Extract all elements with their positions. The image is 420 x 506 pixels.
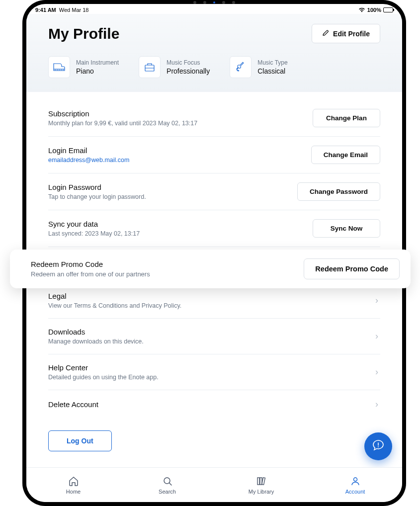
violin-icon — [230, 56, 252, 78]
svg-point-2 — [378, 446, 379, 447]
chevron-right-icon: › — [375, 399, 380, 410]
svg-rect-5 — [257, 478, 259, 485]
email-title: Login Email — [48, 146, 129, 155]
change-password-button[interactable]: Change Password — [297, 182, 380, 201]
subscription-title: Subscription — [48, 109, 197, 118]
subscription-sub: Monthly plan for 9,99 €, valid until 202… — [48, 120, 197, 127]
change-email-button[interactable]: Change Email — [311, 146, 380, 164]
home-icon — [68, 476, 79, 487]
redeem-title: Redeem Promo Code — [31, 260, 150, 268]
edit-profile-label: Edit Profile — [333, 30, 370, 38]
downloads-row[interactable]: Downloads Manage downloads on this devic… — [48, 319, 380, 354]
genre-card: Music Type Classical — [230, 56, 287, 78]
chat-bubble-icon — [372, 439, 385, 454]
password-sub: Tap to change your login password. — [48, 193, 146, 200]
status-bar: 9:41 AM Wed Mar 18 100% — [26, 4, 402, 14]
email-value: emailaddress@web.mail.com — [48, 157, 129, 164]
tab-home[interactable]: Home — [26, 468, 120, 502]
redeem-promo-button[interactable]: Redeem Promo Code — [304, 258, 400, 279]
genre-label: Music Type — [257, 59, 287, 66]
chevron-right-icon: › — [375, 331, 380, 341]
tab-bar: Home Search My Library Account — [26, 467, 402, 502]
subscription-row: Subscription Monthly plan for 9,99 €, va… — [48, 100, 380, 137]
chat-fab[interactable] — [364, 432, 392, 460]
change-plan-button[interactable]: Change Plan — [313, 109, 380, 127]
legal-sub: View our Terms & Conditions and Privacy … — [48, 302, 181, 309]
sync-sub: Last synced: 2023 May 02, 13:17 — [48, 230, 140, 237]
chevron-right-icon: › — [375, 367, 380, 377]
focus-label: Music Focus — [167, 59, 210, 66]
battery-icon — [383, 7, 393, 12]
tab-library-label: My Library — [249, 489, 274, 495]
tab-account[interactable]: Account — [308, 468, 402, 502]
svg-line-4 — [169, 483, 171, 485]
genre-value: Classical — [257, 67, 287, 75]
tab-home-label: Home — [66, 489, 81, 495]
password-row: Login Password Tap to change your login … — [48, 173, 380, 210]
search-icon — [162, 476, 173, 487]
account-icon — [350, 476, 361, 487]
tab-search-label: Search — [159, 489, 176, 495]
tab-library[interactable]: My Library — [214, 468, 308, 502]
profile-header: My Profile Edit Profile Main — [26, 14, 402, 92]
focus-value: Professionally — [167, 67, 210, 75]
password-title: Login Password — [48, 183, 146, 191]
delete-account-title: Delete Account — [48, 400, 98, 409]
legal-title: Legal — [48, 292, 181, 300]
status-time: 9:41 AM — [35, 7, 56, 13]
delete-account-row[interactable]: Delete Account › — [48, 390, 380, 419]
piano-icon — [48, 56, 70, 78]
downloads-title: Downloads — [48, 328, 144, 336]
sync-title: Sync your data — [48, 220, 140, 228]
sync-now-button[interactable]: Sync Now — [313, 219, 380, 238]
chevron-right-icon: › — [375, 295, 380, 306]
instrument-card: Main Instrument Piano — [48, 56, 119, 78]
library-icon — [256, 476, 267, 487]
help-title: Help Center — [48, 363, 159, 372]
pencil-icon — [322, 29, 329, 38]
wifi-icon — [358, 7, 365, 12]
status-date: Wed Mar 18 — [59, 7, 89, 13]
email-row: Login Email emailaddress@web.mail.com Ch… — [48, 137, 380, 173]
battery-percent: 100% — [367, 7, 381, 13]
instrument-label: Main Instrument — [76, 59, 119, 66]
help-row[interactable]: Help Center Detailed guides on using the… — [48, 354, 380, 390]
logout-button[interactable]: Log Out — [48, 430, 112, 451]
page-title: My Profile — [48, 25, 119, 42]
instrument-value: Piano — [76, 67, 119, 75]
redeem-promo-card: Redeem Promo Code Redeem an offer from o… — [10, 250, 411, 288]
help-sub: Detailed guides on using the Enote app. — [48, 374, 159, 381]
briefcase-icon — [139, 56, 161, 78]
focus-card: Music Focus Professionally — [139, 56, 210, 78]
redeem-sub: Redeem an offer from one of our partners — [31, 270, 150, 278]
svg-point-8 — [353, 478, 357, 481]
tab-search[interactable]: Search — [120, 468, 214, 502]
downloads-sub: Manage downloads on this device. — [48, 338, 144, 345]
sync-row: Sync your data Last synced: 2023 May 02,… — [48, 210, 380, 247]
tab-account-label: Account — [345, 489, 365, 495]
edit-profile-button[interactable]: Edit Profile — [312, 24, 380, 43]
